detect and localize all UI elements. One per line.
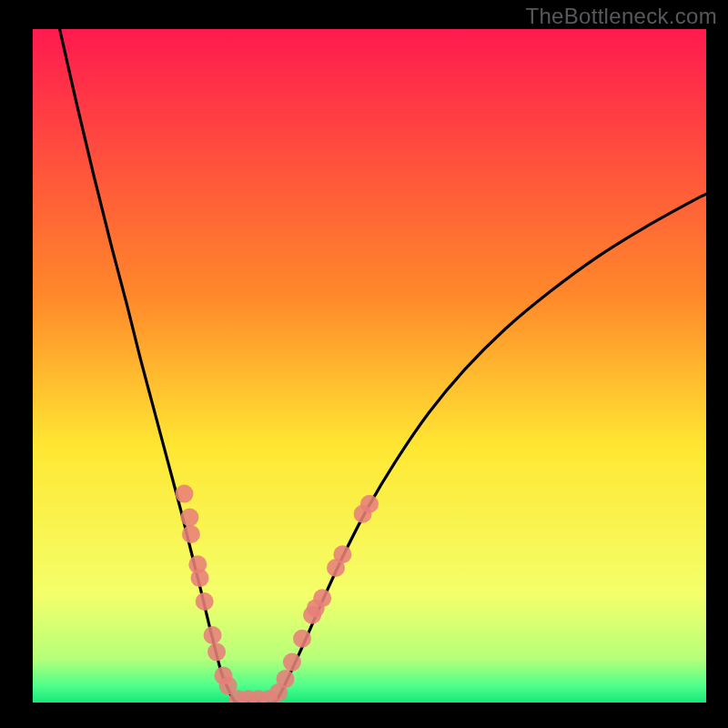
bottleneck-chart <box>0 0 728 728</box>
highlight-dot <box>207 643 226 662</box>
highlight-dot <box>293 630 311 648</box>
highlight-dot <box>204 626 222 644</box>
highlight-dot <box>333 545 351 563</box>
highlight-dot <box>191 569 209 587</box>
highlight-dot <box>180 509 198 527</box>
highlight-dot <box>196 592 214 611</box>
highlight-dot <box>182 525 200 543</box>
plot-background <box>33 29 706 703</box>
highlight-dot <box>283 653 301 672</box>
highlight-dot <box>360 495 379 513</box>
highlight-dot <box>277 670 295 688</box>
highlight-dot <box>313 589 331 607</box>
highlight-dot <box>176 485 194 503</box>
chart-stage: TheBottleneck.com <box>0 0 728 728</box>
watermark-text: TheBottleneck.com <box>525 4 717 29</box>
